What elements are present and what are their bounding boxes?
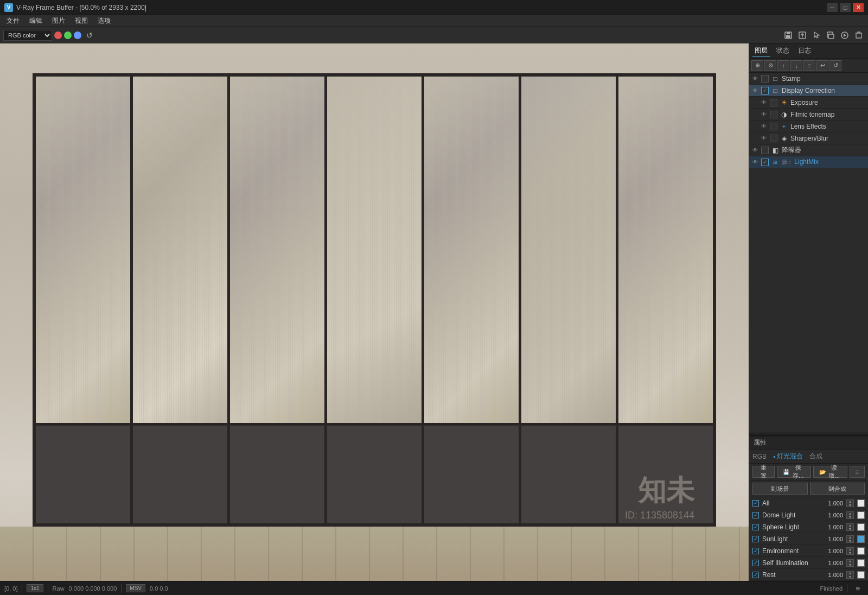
blue-circle-button[interactable] (74, 31, 81, 39)
light-check-selfill[interactable]: ✓ (752, 560, 759, 566)
add-layer-button[interactable]: ⊕ (751, 60, 763, 71)
wardrobe-col-2 (133, 77, 230, 523)
visibility-icon[interactable]: 👁 (751, 87, 759, 94)
tab-status[interactable]: 状态 (774, 45, 792, 56)
cursor-button[interactable] (810, 29, 822, 41)
visibility-icon[interactable]: 👁 (751, 147, 759, 154)
visibility-icon[interactable]: 👁 (751, 159, 759, 166)
green-circle-button[interactable] (64, 31, 72, 39)
light-value-sun: 1.000 (824, 536, 843, 542)
light-check-dome[interactable]: ✓ (752, 512, 759, 518)
reset-button[interactable]: 重置 (752, 466, 775, 478)
light-color-dome[interactable] (857, 511, 865, 519)
undo-button[interactable]: ↩ (816, 60, 828, 71)
light-spinner-all[interactable]: ▲ ▼ (846, 499, 854, 507)
save-exr-button[interactable] (796, 29, 808, 41)
layer-checkbox[interactable] (770, 99, 777, 106)
layer-exposure[interactable]: 👁 ☀ Exposure (749, 97, 868, 109)
light-color-env[interactable] (857, 547, 865, 555)
layer-sharpen-blur[interactable]: 👁 ◈ Sharpen/Blur (749, 132, 868, 144)
restore-icon-button[interactable]: ↺ (84, 29, 95, 41)
layer-type-icon: ≋ (771, 158, 780, 167)
light-color-all[interactable] (857, 499, 865, 507)
menu-image[interactable]: 图片 (48, 15, 69, 27)
layer-lightmix[interactable]: 👁 ✓ ≋ 源： LightMix (749, 156, 868, 168)
light-check-sphere[interactable]: ✓ (752, 524, 759, 530)
move-up-button[interactable]: ↑ (777, 60, 789, 71)
light-spinner-rest[interactable]: ▲ ▼ (846, 571, 854, 579)
layer-name: Stamp (782, 75, 866, 83)
layer-checkbox[interactable]: ✓ (761, 87, 769, 94)
layer-type-icon: ◈ (780, 134, 788, 143)
zoom-badge[interactable]: 1x1 (27, 584, 43, 592)
layer-stamp[interactable]: 👁 □ Stamp (749, 73, 868, 85)
light-value-rest: 1.000 (824, 572, 843, 578)
svg-rect-2 (786, 35, 790, 38)
save-image-button[interactable] (782, 29, 794, 41)
to-scene-button[interactable]: 到场景 (752, 483, 808, 495)
minimize-button[interactable]: ─ (827, 3, 838, 12)
light-color-rest[interactable] (857, 571, 865, 579)
light-spinner-sphere[interactable]: ▲ ▼ (846, 523, 854, 531)
menu-file[interactable]: 文件 (2, 15, 24, 27)
clear-button[interactable] (853, 29, 865, 41)
layer-filmic-tonemap[interactable]: 👁 ◑ Filmic tonemap (749, 109, 868, 121)
prop-tab-composite[interactable]: 合成 (809, 452, 822, 461)
remove-layer-button[interactable]: ⊗ (764, 60, 776, 71)
light-spinner-env[interactable]: ▲ ▼ (846, 547, 854, 555)
layer-lens-effects[interactable]: 👁 + Lens Effects (749, 121, 868, 132)
wardrobe-lower-panel (521, 426, 616, 523)
light-color-sphere[interactable] (857, 523, 865, 531)
red-circle-button[interactable] (54, 31, 62, 39)
layer-name: Lens Effects (790, 123, 866, 130)
visibility-icon[interactable]: 👁 (760, 111, 768, 118)
layer-checkbox[interactable] (761, 147, 769, 154)
menu-edit[interactable]: 编辑 (25, 15, 47, 27)
light-color-sun[interactable] (857, 535, 865, 543)
light-check-env[interactable]: ✓ (752, 548, 759, 554)
light-color-selfill[interactable] (857, 559, 865, 567)
wardrobe-lower-panel (133, 426, 227, 523)
menu-view[interactable]: 视图 (71, 15, 92, 27)
zoom-button[interactable] (825, 29, 837, 41)
wardrobe-col-1 (36, 77, 133, 523)
load-button[interactable]: 📂 读取... (813, 466, 847, 478)
light-spinner-dome[interactable]: ▲ ▼ (846, 511, 854, 519)
layer-denoiser[interactable]: 👁 ◧ 降噪器 (749, 144, 868, 156)
light-all: ✓ All 1.000 ▲ ▼ (749, 497, 868, 509)
layer-checkbox[interactable]: ✓ (761, 159, 769, 166)
to-composite-button[interactable]: 到合成 (810, 483, 865, 495)
layer-checkbox[interactable] (761, 75, 769, 83)
layer-checkbox[interactable] (770, 111, 777, 118)
move-down-button[interactable]: ↓ (790, 60, 802, 71)
layer-checkbox[interactable] (770, 135, 777, 142)
menu-prop-button[interactable]: ≡ (850, 466, 865, 478)
tab-layers[interactable]: 图层 (752, 45, 770, 57)
light-spinner-sun[interactable]: ▲ ▼ (846, 535, 854, 543)
redo-button[interactable]: ↺ (829, 60, 841, 71)
menu-options[interactable]: 选项 (93, 15, 115, 27)
light-check-all[interactable]: ✓ (752, 500, 759, 507)
light-check-rest[interactable]: ✓ (752, 572, 759, 578)
layer-checkbox[interactable] (770, 123, 777, 130)
prop-tab-rgb[interactable]: RGB (752, 453, 767, 460)
light-spinner-selfill[interactable]: ▲ ▼ (846, 559, 854, 567)
render-button[interactable] (839, 29, 851, 41)
prop-tab-lightmix[interactable]: 灯光混合 (773, 452, 803, 461)
visibility-icon[interactable]: 👁 (760, 123, 768, 130)
format-badge[interactable]: MSV (126, 584, 145, 592)
layer-display-correction[interactable]: 👁 ✓ □ Display Correction (749, 85, 868, 97)
save-button[interactable]: 💾 保存... (777, 466, 811, 478)
visibility-icon[interactable]: 👁 (751, 75, 759, 83)
light-check-sun[interactable]: ✓ (752, 536, 759, 542)
tab-log[interactable]: 日志 (796, 45, 813, 56)
menu-button[interactable]: ≡ (803, 60, 815, 71)
window-controls[interactable]: ─ □ ✕ (827, 3, 864, 12)
maximize-button[interactable]: □ (840, 3, 851, 12)
color-channel-dropdown[interactable]: RGB color (3, 30, 52, 41)
visibility-icon[interactable]: 👁 (760, 99, 768, 106)
close-button[interactable]: ✕ (853, 3, 864, 12)
status-sep-2 (48, 584, 48, 593)
status-menu-button[interactable]: ≡ (852, 583, 864, 594)
visibility-icon[interactable]: 👁 (760, 135, 768, 142)
